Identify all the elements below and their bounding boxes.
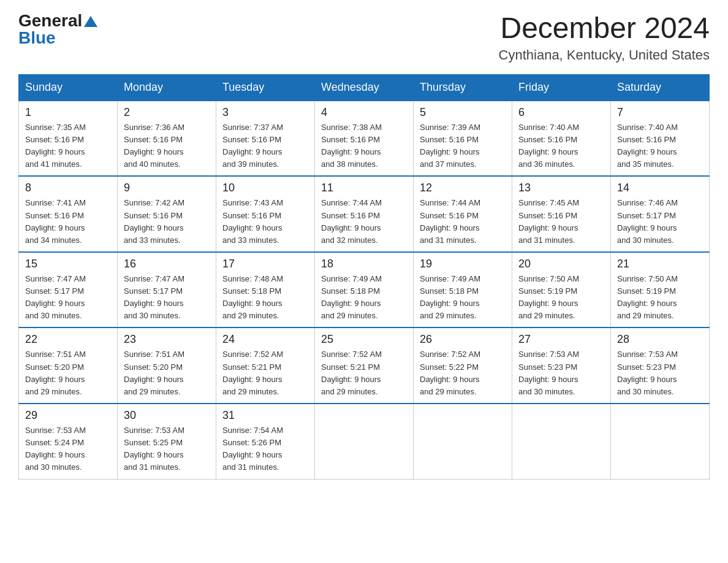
calendar-cell: 20Sunrise: 7:50 AMSunset: 5:19 PMDayligh… (512, 252, 611, 328)
calendar-cell: 13Sunrise: 7:45 AMSunset: 5:16 PMDayligh… (512, 176, 611, 252)
calendar-cell: 12Sunrise: 7:44 AMSunset: 5:16 PMDayligh… (414, 176, 512, 252)
calendar-week-row: 8Sunrise: 7:41 AMSunset: 5:16 PMDaylight… (19, 176, 710, 252)
day-number: 23 (124, 333, 210, 346)
day-number: 1 (25, 106, 111, 119)
calendar-cell (414, 404, 512, 479)
day-number: 31 (222, 409, 308, 422)
day-info: Sunrise: 7:52 AMSunset: 5:21 PMDaylight:… (222, 348, 308, 398)
calendar-table: SundayMondayTuesdayWednesdayThursdayFrid… (18, 74, 710, 480)
day-number: 16 (124, 258, 210, 270)
day-number: 28 (617, 333, 703, 346)
day-info: Sunrise: 7:53 AMSunset: 5:25 PMDaylight:… (124, 424, 210, 474)
calendar-cell: 27Sunrise: 7:53 AMSunset: 5:23 PMDayligh… (512, 327, 611, 404)
logo-blue: Blue (18, 28, 56, 47)
day-info: Sunrise: 7:36 AMSunset: 5:16 PMDaylight:… (124, 121, 210, 171)
day-info: Sunrise: 7:51 AMSunset: 5:20 PMDaylight:… (124, 348, 210, 398)
logo: General Blue (18, 12, 97, 47)
calendar-week-row: 22Sunrise: 7:51 AMSunset: 5:20 PMDayligh… (19, 327, 710, 404)
calendar-week-row: 15Sunrise: 7:47 AMSunset: 5:17 PMDayligh… (19, 252, 710, 328)
location-title: Cynthiana, Kentucky, United States (499, 47, 710, 63)
day-number: 19 (420, 258, 506, 270)
day-number: 4 (321, 106, 407, 119)
day-number: 14 (617, 182, 703, 194)
day-number: 5 (420, 106, 506, 119)
day-info: Sunrise: 7:49 AMSunset: 5:18 PMDaylight:… (420, 273, 506, 323)
day-info: Sunrise: 7:46 AMSunset: 5:17 PMDaylight:… (617, 197, 703, 247)
calendar-cell: 16Sunrise: 7:47 AMSunset: 5:17 PMDayligh… (118, 252, 216, 328)
day-number: 2 (124, 106, 210, 119)
calendar-cell: 18Sunrise: 7:49 AMSunset: 5:18 PMDayligh… (315, 252, 414, 328)
calendar-body: 1Sunrise: 7:35 AMSunset: 5:16 PMDaylight… (19, 101, 710, 479)
calendar-cell: 19Sunrise: 7:49 AMSunset: 5:18 PMDayligh… (414, 252, 512, 328)
day-number: 22 (25, 333, 111, 346)
day-info: Sunrise: 7:37 AMSunset: 5:16 PMDaylight:… (222, 121, 308, 171)
calendar-header-tuesday: Tuesday (216, 74, 315, 101)
day-number: 15 (25, 258, 111, 270)
calendar-week-row: 29Sunrise: 7:53 AMSunset: 5:24 PMDayligh… (19, 404, 710, 479)
calendar-cell: 21Sunrise: 7:50 AMSunset: 5:19 PMDayligh… (611, 252, 710, 328)
day-info: Sunrise: 7:52 AMSunset: 5:21 PMDaylight:… (321, 348, 407, 398)
day-info: Sunrise: 7:48 AMSunset: 5:18 PMDaylight:… (222, 273, 308, 323)
calendar-cell: 24Sunrise: 7:52 AMSunset: 5:21 PMDayligh… (216, 327, 315, 404)
calendar-header-thursday: Thursday (414, 74, 512, 101)
calendar-cell (512, 404, 611, 479)
day-number: 12 (420, 182, 506, 194)
day-number: 25 (321, 333, 407, 346)
calendar-cell: 15Sunrise: 7:47 AMSunset: 5:17 PMDayligh… (19, 252, 118, 328)
day-info: Sunrise: 7:45 AMSunset: 5:16 PMDaylight:… (518, 197, 604, 247)
day-info: Sunrise: 7:39 AMSunset: 5:16 PMDaylight:… (420, 121, 506, 171)
day-number: 26 (420, 333, 506, 346)
calendar-cell: 29Sunrise: 7:53 AMSunset: 5:24 PMDayligh… (19, 404, 118, 479)
calendar-cell: 31Sunrise: 7:54 AMSunset: 5:26 PMDayligh… (216, 404, 315, 479)
day-number: 18 (321, 258, 407, 270)
day-number: 21 (617, 258, 703, 270)
logo-triangle-icon (84, 16, 97, 27)
calendar-header-row: SundayMondayTuesdayWednesdayThursdayFrid… (19, 74, 710, 101)
logo-general: General (18, 12, 82, 29)
day-info: Sunrise: 7:40 AMSunset: 5:16 PMDaylight:… (518, 121, 604, 171)
day-number: 30 (124, 409, 210, 422)
calendar-cell: 2Sunrise: 7:36 AMSunset: 5:16 PMDaylight… (118, 101, 216, 177)
page-header: General Blue December 2024 Cynthiana, Ke… (18, 12, 710, 63)
calendar-cell: 26Sunrise: 7:52 AMSunset: 5:22 PMDayligh… (414, 327, 512, 404)
day-info: Sunrise: 7:53 AMSunset: 5:23 PMDaylight:… (617, 348, 703, 398)
calendar-cell: 25Sunrise: 7:52 AMSunset: 5:21 PMDayligh… (315, 327, 414, 404)
day-number: 29 (25, 409, 111, 422)
day-number: 13 (518, 182, 604, 194)
day-number: 17 (222, 258, 308, 270)
day-number: 10 (222, 182, 308, 194)
day-number: 8 (25, 182, 111, 194)
day-number: 3 (222, 106, 308, 119)
calendar-cell: 8Sunrise: 7:41 AMSunset: 5:16 PMDaylight… (19, 176, 118, 252)
day-info: Sunrise: 7:42 AMSunset: 5:16 PMDaylight:… (124, 197, 210, 247)
calendar-header-friday: Friday (512, 74, 611, 101)
day-number: 20 (518, 258, 604, 270)
calendar-cell: 6Sunrise: 7:40 AMSunset: 5:16 PMDaylight… (512, 101, 611, 177)
calendar-cell: 1Sunrise: 7:35 AMSunset: 5:16 PMDaylight… (19, 101, 118, 177)
day-info: Sunrise: 7:40 AMSunset: 5:16 PMDaylight:… (617, 121, 703, 171)
day-info: Sunrise: 7:53 AMSunset: 5:23 PMDaylight:… (518, 348, 604, 398)
title-block: December 2024 Cynthiana, Kentucky, Unite… (499, 12, 710, 63)
day-info: Sunrise: 7:50 AMSunset: 5:19 PMDaylight:… (617, 273, 703, 323)
day-info: Sunrise: 7:44 AMSunset: 5:16 PMDaylight:… (321, 197, 407, 247)
day-info: Sunrise: 7:51 AMSunset: 5:20 PMDaylight:… (25, 348, 111, 398)
day-info: Sunrise: 7:54 AMSunset: 5:26 PMDaylight:… (222, 424, 308, 474)
day-info: Sunrise: 7:35 AMSunset: 5:16 PMDaylight:… (25, 121, 111, 171)
day-info: Sunrise: 7:41 AMSunset: 5:16 PMDaylight:… (25, 197, 111, 247)
calendar-cell (611, 404, 710, 479)
day-info: Sunrise: 7:43 AMSunset: 5:16 PMDaylight:… (222, 197, 308, 247)
day-number: 11 (321, 182, 407, 194)
calendar-cell: 30Sunrise: 7:53 AMSunset: 5:25 PMDayligh… (118, 404, 216, 479)
calendar-cell: 22Sunrise: 7:51 AMSunset: 5:20 PMDayligh… (19, 327, 118, 404)
calendar-cell: 3Sunrise: 7:37 AMSunset: 5:16 PMDaylight… (216, 101, 315, 177)
day-number: 6 (518, 106, 604, 119)
calendar-header-sunday: Sunday (19, 74, 118, 101)
calendar-cell (315, 404, 414, 479)
day-info: Sunrise: 7:53 AMSunset: 5:24 PMDaylight:… (25, 424, 111, 474)
day-number: 7 (617, 106, 703, 119)
calendar-cell: 14Sunrise: 7:46 AMSunset: 5:17 PMDayligh… (611, 176, 710, 252)
calendar-cell: 4Sunrise: 7:38 AMSunset: 5:16 PMDaylight… (315, 101, 414, 177)
day-info: Sunrise: 7:44 AMSunset: 5:16 PMDaylight:… (420, 197, 506, 247)
calendar-cell: 10Sunrise: 7:43 AMSunset: 5:16 PMDayligh… (216, 176, 315, 252)
day-info: Sunrise: 7:52 AMSunset: 5:22 PMDaylight:… (420, 348, 506, 398)
